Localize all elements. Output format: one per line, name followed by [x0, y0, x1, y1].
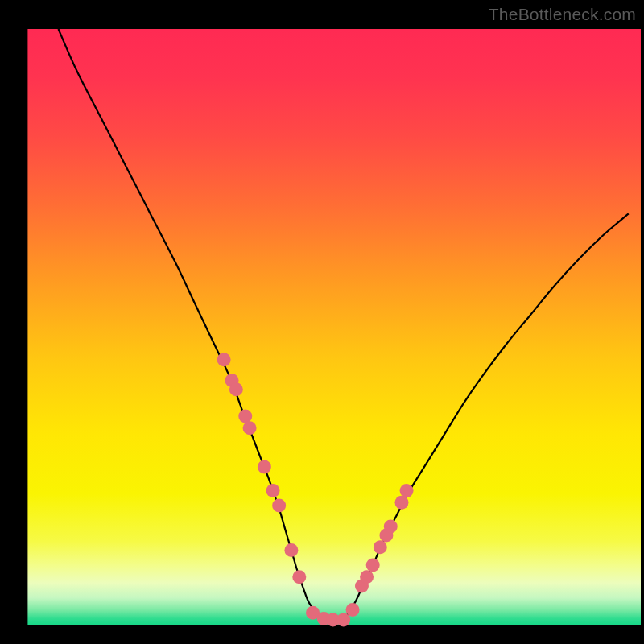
- bottleneck-chart: [0, 0, 644, 644]
- curve-marker: [384, 519, 398, 533]
- curve-marker: [394, 496, 408, 510]
- curve-marker: [238, 410, 252, 423]
- curve-marker: [360, 570, 374, 584]
- curve-marker: [400, 484, 414, 497]
- curve-marker: [217, 353, 231, 366]
- watermark-text: TheBottleneck.com: [489, 5, 636, 24]
- curve-marker: [272, 499, 286, 513]
- curve-marker: [266, 484, 280, 497]
- curve-marker: [229, 382, 243, 396]
- chart-stage: TheBottleneck.com: [0, 0, 644, 644]
- curve-marker: [366, 559, 380, 572]
- curve-marker: [284, 543, 298, 557]
- curve-marker: [243, 421, 257, 435]
- curve-marker: [374, 540, 387, 554]
- curve-marker: [346, 603, 360, 617]
- curve-marker: [292, 570, 306, 584]
- curve-marker: [258, 460, 271, 473]
- plot-background: [27, 29, 641, 625]
- curve-marker: [336, 613, 350, 627]
